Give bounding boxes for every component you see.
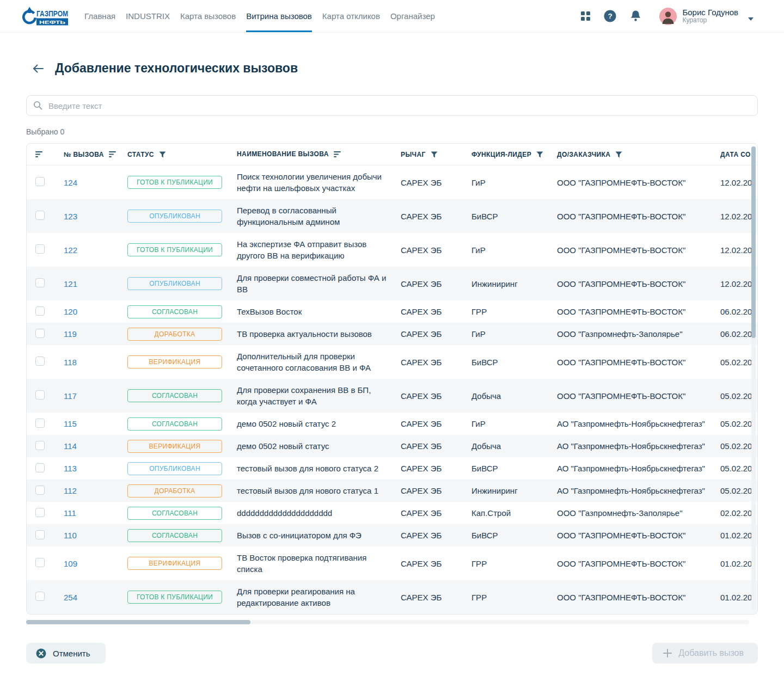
lever-cell: САРЕХ ЭБ [401, 391, 471, 401]
column-header-leader[interactable]: ФУНКЦИЯ-ЛИДЕР [471, 151, 557, 158]
table-row: 111 СОГЛАСОВАН ddddddddddddddddddddd САР… [27, 502, 757, 524]
topbar-right-cluster: ? Борис Годунов Куратор [581, 0, 754, 32]
row-checkbox[interactable] [35, 177, 45, 186]
leader-function-cell: Кап.Строй [471, 508, 557, 518]
table-row: 112 ДОРАБОТКА тестовый вызов для нового … [27, 480, 757, 502]
challenge-number-link[interactable]: 117 [64, 391, 77, 401]
nav-item-vitrina-vyzovov[interactable]: Витрина вызовов [246, 0, 312, 32]
vertical-scrollbar-thumb[interactable] [751, 146, 756, 338]
challenge-name-cell: демо 0502 новый статус [237, 435, 401, 457]
table-row: 124 ГОТОВ К ПУБЛИКАЦИИ Поиск технологии … [27, 165, 757, 199]
horizontal-scrollbar-thumb[interactable] [26, 620, 250, 624]
user-role: Куратор [682, 17, 738, 24]
challenge-name-cell: На экспертизе ФА отправит вызов другого … [237, 233, 401, 267]
column-header-status[interactable]: СТАТУС [127, 151, 237, 158]
column-header-customer[interactable]: ДО/ЗАКАЗЧИКА [557, 151, 720, 158]
leader-function-cell: БиВСР [471, 212, 557, 221]
challenge-name-cell: Перевод в согласованный функциональным а… [237, 199, 401, 233]
row-checkbox[interactable] [35, 306, 45, 316]
challenge-number-link[interactable]: 111 [64, 508, 76, 518]
row-checkbox[interactable] [35, 329, 45, 338]
filter-icon[interactable] [536, 151, 543, 158]
challenge-name-cell: ТВ проверка актуальности вызовов [237, 323, 401, 345]
row-checkbox[interactable] [35, 419, 45, 428]
row-checkbox[interactable] [35, 244, 45, 254]
column-header-select[interactable] [27, 151, 64, 157]
nav-item-karta-vyzovov[interactable]: Карта вызовов [180, 0, 236, 32]
challenge-number-link[interactable]: 254 [64, 593, 77, 602]
apps-grid-icon[interactable] [581, 11, 590, 21]
customer-cell: ООО "ГАЗПРОМНЕФТЬ-ВОСТОК" [557, 559, 720, 568]
lever-cell: САРЕХ ЭБ [401, 531, 471, 540]
avatar [659, 8, 677, 25]
row-checkbox[interactable] [35, 592, 45, 601]
filter-icon[interactable] [431, 151, 438, 158]
challenge-number-link[interactable]: 115 [64, 419, 77, 428]
column-header-number[interactable]: № ВЫЗОВА [64, 151, 127, 158]
gazprom-neft-logo[interactable]: ГАЗПРОМ НЕФТЬ [22, 0, 70, 32]
row-checkbox[interactable] [35, 508, 45, 517]
row-checkbox[interactable] [35, 211, 45, 220]
challenge-number-link[interactable]: 118 [64, 358, 77, 367]
row-checkbox[interactable] [35, 278, 45, 287]
nav-item-glavnaya[interactable]: Главная [84, 0, 115, 32]
horizontal-scrollbar[interactable] [26, 620, 749, 624]
notifications-bell-icon[interactable] [630, 10, 641, 22]
challenge-number-link[interactable]: 122 [64, 245, 77, 255]
challenge-number-link[interactable]: 112 [64, 486, 77, 495]
column-header-name[interactable]: НАИМЕНОВАНИЕ ВЫЗОВА [237, 143, 401, 165]
challenge-number-link[interactable]: 124 [64, 178, 77, 187]
leader-function-cell: ГРР [471, 307, 557, 316]
challenge-name-cell: ddddddddddddddddddddd [237, 502, 401, 524]
nav-item-karta-otklikov[interactable]: Карта откликов [322, 0, 380, 32]
cancel-button-label: Отменить [53, 649, 90, 658]
sort-icon[interactable] [35, 151, 43, 157]
column-header-lever[interactable]: РЫЧАГ [401, 151, 471, 158]
customer-cell: ООО "ГАЗПРОМНЕФТЬ-ВОСТОК" [557, 245, 720, 255]
filter-icon[interactable] [159, 151, 166, 158]
row-checkbox[interactable] [35, 390, 45, 400]
lever-cell: САРЕХ ЭБ [401, 593, 471, 602]
customer-cell: ООО "ГАЗПРОМНЕФТЬ-ВОСТОК" [557, 531, 720, 540]
challenges-table: № ВЫЗОВА СТАТУС НАИМЕНОВАНИЕ ВЫЗОВА РЫЧА… [26, 143, 758, 615]
challenge-number-link[interactable]: 123 [64, 212, 77, 221]
add-challenge-button[interactable]: Добавить вызов [652, 643, 758, 664]
lever-cell: САРЕХ ЭБ [401, 508, 471, 518]
help-icon[interactable]: ? [604, 10, 616, 22]
sort-icon[interactable] [334, 151, 341, 157]
back-arrow-icon[interactable] [33, 64, 44, 73]
challenge-number-link[interactable]: 120 [64, 307, 77, 316]
row-checkbox[interactable] [35, 530, 45, 539]
cancel-button[interactable]: Отменить [26, 643, 106, 664]
search-input[interactable] [26, 95, 758, 116]
row-checkbox[interactable] [35, 357, 45, 366]
challenge-name-cell: ТВ Восток проверка подтягивания списка [237, 546, 401, 580]
table-row: 110 СОГЛАСОВАН Вызов с со-инициатором дл… [27, 524, 757, 546]
status-badge: ВЕРИФИКАЦИЯ [127, 355, 222, 368]
challenge-number-link[interactable]: 109 [64, 559, 77, 568]
challenge-number-link[interactable]: 114 [64, 441, 77, 451]
customer-cell: ООО "ГАЗПРОМНЕФТЬ-ВОСТОК" [557, 391, 720, 401]
nav-item-industrix[interactable]: INDUSTRIX [126, 0, 170, 32]
top-navigation-bar: ГАЗПРОМ НЕФТЬ Главная INDUSTRIX Карта вы… [0, 0, 784, 33]
row-checkbox[interactable] [35, 486, 45, 495]
lever-cell: САРЕХ ЭБ [401, 559, 471, 568]
challenge-number-link[interactable]: 110 [64, 531, 77, 540]
table-row: 115 СОГЛАСОВАН демо 0502 новый статус 2 … [27, 413, 757, 435]
row-checkbox[interactable] [35, 558, 45, 567]
filter-icon[interactable] [615, 151, 622, 158]
challenge-number-link[interactable]: 119 [64, 329, 77, 339]
user-menu[interactable]: Борис Годунов Куратор [659, 8, 754, 25]
lever-cell: САРЕХ ЭБ [401, 419, 471, 428]
nav-item-organayzer[interactable]: Органайзер [390, 0, 435, 32]
sort-icon[interactable] [109, 151, 117, 157]
challenge-number-link[interactable]: 121 [64, 279, 77, 288]
table-row: 123 ОПУБЛИКОВАН Перевод в согласованный … [27, 199, 757, 233]
row-checkbox[interactable] [35, 441, 45, 450]
customer-cell: АО "Газпромнефть-Ноябрьскнефтегаз" [557, 419, 720, 428]
vertical-scrollbar[interactable] [751, 146, 756, 610]
status-badge: ОПУБЛИКОВАН [127, 277, 222, 290]
challenge-number-link[interactable]: 113 [64, 464, 77, 473]
chevron-down-icon[interactable] [748, 13, 754, 23]
row-checkbox[interactable] [35, 463, 45, 472]
